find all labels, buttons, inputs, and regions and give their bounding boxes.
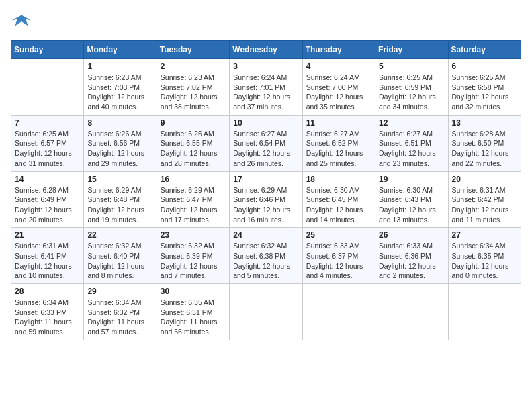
day-info: Sunrise: 6:31 AM Sunset: 6:42 PM Dayligh… (452, 185, 517, 225)
weekday-header-monday: Monday (84, 41, 157, 59)
calendar-cell: 14Sunrise: 6:28 AM Sunset: 6:49 PM Dayli… (11, 171, 84, 228)
calendar-cell (11, 59, 84, 116)
calendar-week-row: 1Sunrise: 6:23 AM Sunset: 7:03 PM Daylig… (11, 59, 521, 116)
calendar-cell: 5Sunrise: 6:25 AM Sunset: 6:59 PM Daylig… (375, 59, 448, 116)
day-number: 2 (161, 62, 226, 71)
calendar-cell: 1Sunrise: 6:23 AM Sunset: 7:03 PM Daylig… (84, 59, 157, 116)
day-info: Sunrise: 6:33 AM Sunset: 6:36 PM Dayligh… (379, 241, 444, 281)
calendar-cell: 28Sunrise: 6:34 AM Sunset: 6:33 PM Dayli… (11, 284, 84, 340)
day-info: Sunrise: 6:23 AM Sunset: 7:03 PM Dayligh… (87, 73, 152, 112)
day-number: 6 (452, 62, 517, 71)
day-number: 30 (161, 287, 226, 296)
calendar-cell (375, 284, 448, 340)
calendar-cell: 7Sunrise: 6:25 AM Sunset: 6:57 PM Daylig… (11, 115, 84, 171)
calendar-cell: 30Sunrise: 6:35 AM Sunset: 6:31 PM Dayli… (157, 284, 229, 340)
weekday-header-tuesday: Tuesday (157, 41, 229, 59)
day-info: Sunrise: 6:32 AM Sunset: 6:38 PM Dayligh… (233, 241, 298, 281)
calendar-cell: 11Sunrise: 6:27 AM Sunset: 6:52 PM Dayli… (302, 115, 375, 171)
day-info: Sunrise: 6:35 AM Sunset: 6:31 PM Dayligh… (161, 298, 226, 337)
calendar-week-row: 21Sunrise: 6:31 AM Sunset: 6:41 PM Dayli… (11, 228, 521, 284)
day-number: 22 (87, 230, 152, 240)
day-number: 3 (233, 62, 298, 71)
day-info: Sunrise: 6:25 AM Sunset: 6:59 PM Dayligh… (379, 73, 444, 112)
day-number: 10 (233, 118, 298, 128)
day-info: Sunrise: 6:27 AM Sunset: 6:54 PM Dayligh… (233, 129, 298, 169)
day-info: Sunrise: 6:28 AM Sunset: 6:50 PM Dayligh… (452, 129, 517, 169)
day-number: 12 (379, 118, 444, 128)
calendar-cell: 18Sunrise: 6:30 AM Sunset: 6:45 PM Dayli… (302, 171, 375, 228)
calendar-header: SundayMondayTuesdayWednesdayThursdayFrid… (11, 41, 521, 59)
calendar-cell: 26Sunrise: 6:33 AM Sunset: 6:36 PM Dayli… (375, 228, 448, 284)
day-number: 15 (87, 175, 152, 184)
calendar-week-row: 28Sunrise: 6:34 AM Sunset: 6:33 PM Dayli… (11, 284, 521, 340)
calendar-cell: 16Sunrise: 6:29 AM Sunset: 6:47 PM Dayli… (157, 171, 229, 228)
calendar-cell: 13Sunrise: 6:28 AM Sunset: 6:50 PM Dayli… (448, 115, 521, 171)
day-number: 13 (452, 118, 517, 128)
day-info: Sunrise: 6:29 AM Sunset: 6:48 PM Dayligh… (87, 185, 152, 225)
day-number: 18 (306, 175, 371, 184)
day-info: Sunrise: 6:29 AM Sunset: 6:47 PM Dayligh… (161, 185, 226, 225)
day-info: Sunrise: 6:26 AM Sunset: 6:55 PM Dayligh… (161, 129, 226, 169)
weekday-header-saturday: Saturday (448, 41, 521, 59)
weekday-header-friday: Friday (375, 41, 448, 59)
day-info: Sunrise: 6:26 AM Sunset: 6:56 PM Dayligh… (87, 129, 152, 169)
day-number: 16 (161, 175, 226, 184)
day-number: 20 (452, 175, 517, 184)
calendar-cell: 15Sunrise: 6:29 AM Sunset: 6:48 PM Dayli… (84, 171, 157, 228)
logo-bird-icon (11, 11, 32, 32)
calendar-table: SundayMondayTuesdayWednesdayThursdayFrid… (11, 40, 521, 340)
day-info: Sunrise: 6:24 AM Sunset: 7:00 PM Dayligh… (306, 73, 371, 112)
calendar-cell: 6Sunrise: 6:25 AM Sunset: 6:58 PM Daylig… (448, 59, 521, 116)
calendar-cell: 19Sunrise: 6:30 AM Sunset: 6:43 PM Dayli… (375, 171, 448, 228)
day-info: Sunrise: 6:31 AM Sunset: 6:41 PM Dayligh… (15, 241, 80, 281)
calendar-cell: 20Sunrise: 6:31 AM Sunset: 6:42 PM Dayli… (448, 171, 521, 228)
day-number: 27 (452, 230, 517, 240)
calendar-cell: 8Sunrise: 6:26 AM Sunset: 6:56 PM Daylig… (84, 115, 157, 171)
calendar-cell: 25Sunrise: 6:33 AM Sunset: 6:37 PM Dayli… (302, 228, 375, 284)
calendar-cell: 4Sunrise: 6:24 AM Sunset: 7:00 PM Daylig… (302, 59, 375, 116)
day-info: Sunrise: 6:27 AM Sunset: 6:51 PM Dayligh… (379, 129, 444, 169)
calendar-cell: 21Sunrise: 6:31 AM Sunset: 6:41 PM Dayli… (11, 228, 84, 284)
calendar-cell: 29Sunrise: 6:34 AM Sunset: 6:32 PM Dayli… (84, 284, 157, 340)
day-number: 7 (15, 118, 80, 128)
day-info: Sunrise: 6:25 AM Sunset: 6:57 PM Dayligh… (15, 129, 80, 169)
day-info: Sunrise: 6:32 AM Sunset: 6:39 PM Dayligh… (161, 241, 226, 281)
calendar-cell: 22Sunrise: 6:32 AM Sunset: 6:40 PM Dayli… (84, 228, 157, 284)
calendar-week-row: 14Sunrise: 6:28 AM Sunset: 6:49 PM Dayli… (11, 171, 521, 228)
svg-marker-0 (12, 15, 32, 26)
weekday-header-row: SundayMondayTuesdayWednesdayThursdayFrid… (11, 41, 521, 59)
day-info: Sunrise: 6:25 AM Sunset: 6:58 PM Dayligh… (452, 73, 517, 112)
day-info: Sunrise: 6:30 AM Sunset: 6:43 PM Dayligh… (379, 185, 444, 225)
day-number: 1 (87, 62, 152, 71)
day-number: 17 (233, 175, 298, 184)
day-number: 4 (306, 62, 371, 71)
calendar-cell (230, 284, 302, 340)
day-info: Sunrise: 6:34 AM Sunset: 6:35 PM Dayligh… (452, 241, 517, 281)
weekday-header-sunday: Sunday (11, 41, 84, 59)
day-number: 11 (306, 118, 371, 128)
calendar-cell: 24Sunrise: 6:32 AM Sunset: 6:38 PM Dayli… (230, 228, 302, 284)
calendar-cell: 9Sunrise: 6:26 AM Sunset: 6:55 PM Daylig… (157, 115, 229, 171)
calendar-cell: 12Sunrise: 6:27 AM Sunset: 6:51 PM Dayli… (375, 115, 448, 171)
calendar-cell (448, 284, 521, 340)
day-info: Sunrise: 6:33 AM Sunset: 6:37 PM Dayligh… (306, 241, 371, 281)
day-info: Sunrise: 6:30 AM Sunset: 6:45 PM Dayligh… (306, 185, 371, 225)
page-header (11, 11, 521, 32)
day-number: 24 (233, 230, 298, 240)
calendar-cell: 3Sunrise: 6:24 AM Sunset: 7:01 PM Daylig… (230, 59, 302, 116)
day-info: Sunrise: 6:28 AM Sunset: 6:49 PM Dayligh… (15, 185, 80, 225)
day-info: Sunrise: 6:34 AM Sunset: 6:33 PM Dayligh… (15, 298, 80, 337)
calendar-body: 1Sunrise: 6:23 AM Sunset: 7:03 PM Daylig… (11, 59, 521, 340)
day-number: 29 (87, 287, 152, 296)
weekday-header-thursday: Thursday (302, 41, 375, 59)
calendar-cell (302, 284, 375, 340)
day-info: Sunrise: 6:29 AM Sunset: 6:46 PM Dayligh… (233, 185, 298, 225)
day-number: 23 (161, 230, 226, 240)
day-number: 5 (379, 62, 444, 71)
day-number: 14 (15, 175, 80, 184)
calendar-cell: 27Sunrise: 6:34 AM Sunset: 6:35 PM Dayli… (448, 228, 521, 284)
day-number: 9 (161, 118, 226, 128)
calendar-cell: 23Sunrise: 6:32 AM Sunset: 6:39 PM Dayli… (157, 228, 229, 284)
calendar-cell: 10Sunrise: 6:27 AM Sunset: 6:54 PM Dayli… (230, 115, 302, 171)
day-number: 21 (15, 230, 80, 240)
